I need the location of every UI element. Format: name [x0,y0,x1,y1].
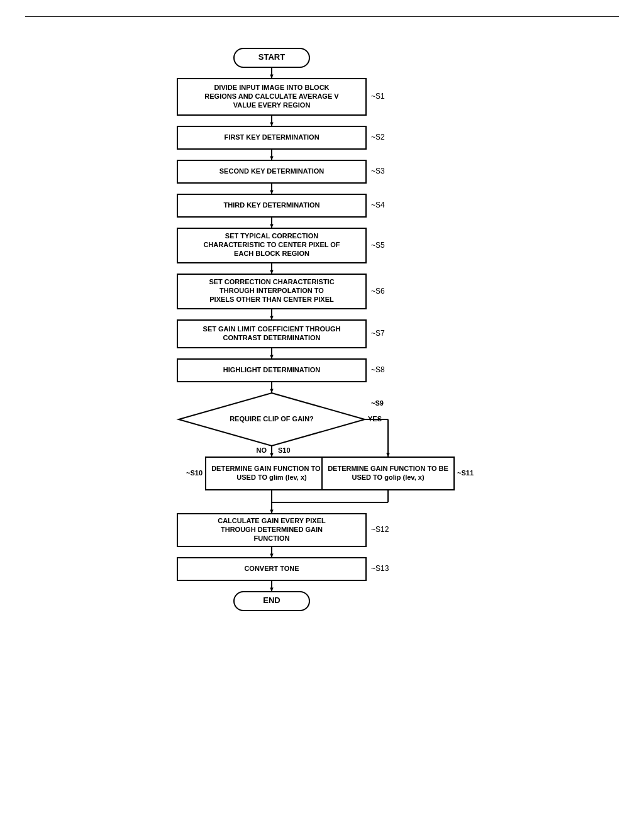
svg-text:~S3: ~S3 [371,167,385,175]
svg-text:VALUE EVERY REGION: VALUE EVERY REGION [233,101,311,109]
svg-text:DIVIDE INPUT IMAGE INTO BLOCK: DIVIDE INPUT IMAGE INTO BLOCK [214,84,329,91]
svg-text:THROUGH DETERMINED GAIN: THROUGH DETERMINED GAIN [221,526,323,533]
svg-text:~S8: ~S8 [371,365,385,374]
svg-text:YES: YES [368,415,382,423]
svg-text:NO: NO [257,446,267,454]
svg-text:REGIONS AND CALCULATE AVERAGE : REGIONS AND CALCULATE AVERAGE V [204,92,339,100]
svg-text:CALCULATE GAIN EVERY PIXEL: CALCULATE GAIN EVERY PIXEL [218,517,326,524]
svg-text:END: END [263,595,280,605]
svg-text:~S9: ~S9 [371,399,384,407]
svg-text:THIRD KEY DETERMINATION: THIRD KEY DETERMINATION [224,201,320,209]
flowchart: STARTDIVIDE INPUT IMAGE INTO BLOCKREGION… [25,36,619,623]
svg-text:PIXELS OTHER THAN CENTER PIXEL: PIXELS OTHER THAN CENTER PIXEL [209,296,334,303]
svg-text:FIRST KEY DETERMINATION: FIRST KEY DETERMINATION [224,133,319,141]
svg-text:START: START [258,52,285,62]
svg-text:REQUIRE CLIP OF GAIN?: REQUIRE CLIP OF GAIN? [230,415,314,423]
svg-text:~S10: ~S10 [186,469,203,477]
svg-text:~S11: ~S11 [457,469,474,477]
svg-text:THROUGH INTERPOLATION TO: THROUGH INTERPOLATION TO [219,287,324,294]
svg-text:SET GAIN LIMIT COEFFICIENT THR: SET GAIN LIMIT COEFFICIENT THROUGH [203,325,341,333]
svg-text:FUNCTION: FUNCTION [254,534,290,542]
svg-text:DETERMINE GAIN FUNCTION TO BE: DETERMINE GAIN FUNCTION TO BE [328,465,448,472]
svg-text:USED TO golip (lev, x): USED TO golip (lev, x) [352,473,424,481]
header [25,13,619,17]
svg-text:~S4: ~S4 [371,201,385,209]
svg-text:HIGHLIGHT DETERMINATION: HIGHLIGHT DETERMINATION [223,366,320,374]
svg-text:CONVERT TONE: CONVERT TONE [244,565,299,572]
svg-text:USED TO glim (lev, x): USED TO glim (lev, x) [236,473,307,481]
svg-text:CONTRAST DETERMINATION: CONTRAST DETERMINATION [223,334,320,341]
flowchart-svg: STARTDIVIDE INPUT IMAGE INTO BLOCKREGION… [102,36,542,623]
svg-text:SECOND KEY DETERMINATION: SECOND KEY DETERMINATION [219,167,324,175]
svg-text:~S1: ~S1 [371,92,385,101]
svg-text:EACH BLOCK REGION: EACH BLOCK REGION [234,250,309,257]
svg-text:~S2: ~S2 [371,133,385,141]
svg-text:DETERMINE GAIN FUNCTION TO BE: DETERMINE GAIN FUNCTION TO BE [211,465,332,472]
svg-text:SET TYPICAL CORRECTION: SET TYPICAL CORRECTION [225,232,318,240]
svg-text:~S6: ~S6 [371,287,385,296]
svg-text:S10: S10 [278,446,291,454]
svg-text:SET CORRECTION CHARACTERISTIC: SET CORRECTION CHARACTERISTIC [209,278,334,285]
svg-text:CHARACTERISTIC TO CENTER PIXEL: CHARACTERISTIC TO CENTER PIXEL OF [203,241,340,248]
page: STARTDIVIDE INPUT IMAGE INTO BLOCKREGION… [0,0,644,830]
svg-text:~S13: ~S13 [371,564,389,573]
svg-text:~S7: ~S7 [371,329,385,338]
svg-text:~S12: ~S12 [371,525,389,534]
svg-text:~S5: ~S5 [371,241,385,250]
